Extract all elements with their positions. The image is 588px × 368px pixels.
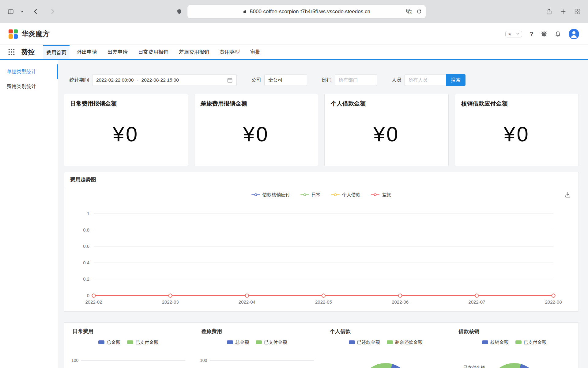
legend-item[interactable]: 差旅: [371, 192, 391, 198]
legend-item[interactable]: 剩余还款金额: [387, 339, 423, 345]
nav-tab[interactable]: 费用首页: [43, 45, 70, 59]
left-sidebar: 单据类型统计费用类别统计: [0, 60, 58, 368]
svg-text:0.4: 0.4: [83, 260, 89, 265]
legend-item[interactable]: 已支付金额: [515, 339, 547, 345]
notifications-bell-icon[interactable]: [555, 31, 561, 37]
legend-item[interactable]: 已支付金额: [127, 339, 158, 345]
person-input[interactable]: [405, 74, 446, 86]
legend-label: 差旅: [382, 192, 391, 198]
period-label: 统计期间: [70, 77, 89, 83]
svg-text:2022-03: 2022-03: [162, 299, 179, 305]
person-label: 人员: [392, 77, 401, 83]
svg-text:0: 0: [87, 293, 89, 298]
legend-label: 日常: [311, 192, 321, 198]
legend-label: 剩余还款金额: [395, 339, 423, 345]
brand-name[interactable]: 华炎魔方: [21, 29, 50, 39]
mini-chart-panel: 借款核销核销金额已支付金额已支付金额: [450, 328, 579, 368]
mini-chart-panel: 个人借款已还款金额剩余还款金额: [321, 328, 450, 368]
svg-text:2022-06: 2022-06: [392, 299, 409, 305]
mini-chart-title: 差旅费用: [201, 328, 314, 335]
mini-chart-title: 借款核销: [458, 328, 571, 335]
trend-chart-plot: 00.20.40.60.812022-022022-032022-042022-…: [64, 204, 579, 308]
mini-axis-row: 100: [71, 358, 185, 363]
pie-slice-label: 已支付金额: [463, 365, 485, 368]
sidebar-toggle-icon[interactable]: [7, 9, 14, 15]
app-launcher-icon[interactable]: [8, 48, 15, 56]
legend-item[interactable]: 已支付金额: [256, 339, 287, 345]
app-header: 华炎魔方 ★ ?: [0, 23, 588, 45]
date-from: 2022-02-22 00:00: [96, 77, 134, 83]
nav-tab[interactable]: 差旅费用报销: [176, 45, 212, 59]
legend-swatch-icon: [227, 340, 233, 344]
gridline: [210, 360, 314, 361]
search-button[interactable]: 搜索: [446, 74, 466, 86]
user-avatar[interactable]: [568, 29, 579, 40]
share-icon[interactable]: [546, 8, 552, 15]
date-range-picker[interactable]: 2022-02-22 00:00 - 2022-08-22 15:00: [92, 74, 237, 86]
company-input[interactable]: [264, 74, 307, 86]
download-chart-icon[interactable]: [564, 191, 571, 198]
main-area: 统计期间 2022-02-22 00:00 - 2022-08-22 15:00…: [58, 60, 588, 368]
legend-marker-icon: [300, 194, 309, 195]
nav-tab[interactable]: 外出申请: [74, 45, 100, 59]
address-bar[interactable]: 5000-coffee-scorpion-t7b4r5fi.ws.vscode.…: [187, 5, 426, 19]
stat-card: 差旅费用报销金额¥0: [194, 94, 318, 166]
svg-text:2022-04: 2022-04: [239, 299, 255, 305]
trend-chart-card: 费用趋势图 借款核销应付日常个人借款差旅 00.20.40.60.812022-…: [64, 172, 579, 312]
translate-icon[interactable]: 文A: [406, 8, 413, 15]
stat-card: 个人借款金额¥0: [324, 94, 449, 166]
content: 单据类型统计费用类别统计 统计期间 2022-02-22 00:00 - 202…: [0, 60, 588, 368]
mini-charts: 日常费用总金额已支付金额100差旅费用总金额已支付金额100个人借款已还款金额剩…: [64, 322, 579, 368]
nav-tab[interactable]: 出差申请: [104, 45, 131, 59]
legend-item[interactable]: 已还款金额: [349, 339, 380, 345]
mini-axis-row: 100: [200, 358, 314, 363]
stat-card-value: ¥0: [461, 108, 573, 160]
stat-card: 日常费用报销金额¥0: [64, 94, 188, 166]
chevron-down-icon[interactable]: [20, 10, 24, 13]
svg-text:2022-02: 2022-02: [85, 299, 102, 305]
favorite-dropdown-button[interactable]: ★: [505, 31, 522, 37]
legend-label: 个人借款: [342, 192, 360, 198]
mini-chart-panel: 差旅费用总金额已支付金额100: [193, 328, 321, 368]
date-to: 2022-08-22 15:00: [141, 77, 179, 83]
stat-card-value: ¥0: [70, 108, 182, 160]
app-nav-bar: 费控 费用首页外出申请出差申请日常费用报销差旅费用报销费用类型审批: [0, 45, 588, 60]
y-axis-tick: 100: [71, 358, 78, 363]
legend-item[interactable]: 个人借款: [331, 192, 360, 198]
reload-icon[interactable]: [416, 9, 422, 14]
svg-text:A: A: [409, 11, 411, 14]
settings-gear-icon[interactable]: [541, 31, 547, 37]
calendar-icon[interactable]: [227, 77, 233, 83]
back-button[interactable]: [32, 8, 39, 15]
legend-swatch-icon: [127, 340, 133, 344]
mini-chart-title: 个人借款: [330, 328, 443, 335]
svg-text:1: 1: [87, 211, 89, 216]
nav-tab[interactable]: 费用类型: [217, 45, 243, 59]
tab-overview-icon[interactable]: [574, 8, 581, 15]
legend-item[interactable]: 总金额: [98, 339, 120, 345]
help-icon[interactable]: ?: [530, 30, 533, 38]
y-axis-tick: 100: [200, 358, 207, 363]
legend-item[interactable]: 总金额: [227, 339, 249, 345]
nav-tab[interactable]: 日常费用报销: [135, 45, 172, 59]
nav-tab[interactable]: 审批: [247, 45, 263, 59]
legend-item[interactable]: 核销金额: [482, 339, 509, 345]
new-tab-icon[interactable]: [560, 9, 566, 15]
mini-chart-body: [329, 345, 443, 368]
sidebar-item[interactable]: 费用类别统计: [0, 79, 58, 94]
department-input[interactable]: [335, 74, 377, 86]
sidebar-item[interactable]: 单据类型统计: [0, 64, 58, 79]
legend-item[interactable]: 借款核销应付: [251, 192, 290, 198]
legend-label: 总金额: [235, 339, 249, 345]
legend-item[interactable]: 日常: [300, 192, 321, 198]
stat-card-title: 核销借款应付金额: [461, 100, 573, 108]
legend-swatch-icon: [515, 340, 522, 344]
svg-text:0.8: 0.8: [83, 227, 89, 232]
svg-text:0.6: 0.6: [83, 243, 89, 249]
legend-swatch-icon: [98, 340, 104, 344]
legend-label: 总金额: [107, 339, 120, 345]
privacy-shield-icon[interactable]: [176, 8, 182, 15]
brand-logo-icon[interactable]: [9, 29, 18, 39]
forward-button[interactable]: [49, 8, 56, 15]
legend-label: 借款核销应付: [262, 192, 290, 198]
